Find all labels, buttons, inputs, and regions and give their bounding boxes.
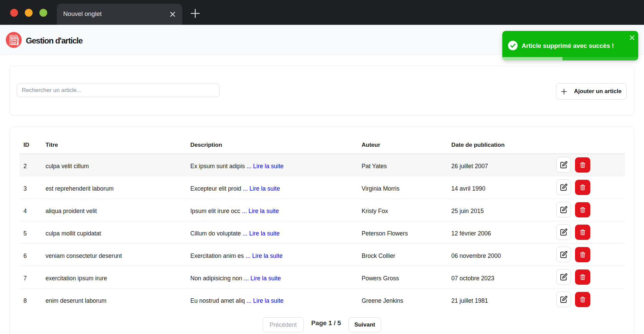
svg-text:NEWS: NEWS: [11, 37, 16, 39]
